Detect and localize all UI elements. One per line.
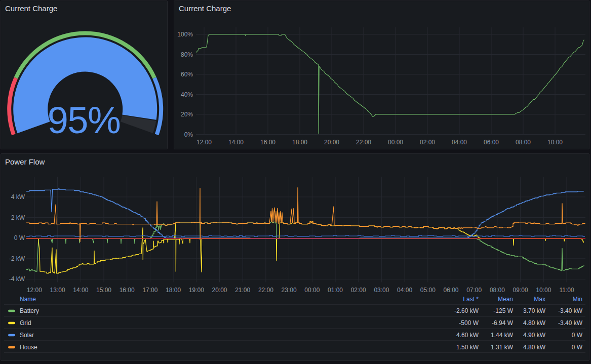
svg-text:0%: 0% [184, 131, 193, 138]
svg-text:-500 W: -500 W [459, 319, 479, 327]
svg-text:4.80 kW: 4.80 kW [523, 344, 546, 351]
svg-text:Last *: Last * [463, 296, 479, 303]
svg-text:02:00: 02:00 [420, 139, 435, 146]
svg-text:22:00: 22:00 [258, 287, 273, 294]
svg-text:-3.40 kW: -3.40 kW [558, 307, 583, 314]
svg-text:-2 kW: -2 kW [9, 255, 25, 262]
svg-text:1.31 kW: 1.31 kW [491, 344, 514, 351]
svg-text:3.70 kW: 3.70 kW [523, 307, 546, 314]
svg-text:04:00: 04:00 [452, 139, 467, 146]
svg-text:4 kW: 4 kW [11, 193, 25, 200]
svg-text:4.90 kW: 4.90 kW [523, 332, 546, 339]
svg-text:60%: 60% [181, 71, 193, 78]
svg-text:04:00: 04:00 [397, 287, 412, 294]
svg-text:House: House [20, 344, 37, 351]
svg-text:16:00: 16:00 [260, 139, 275, 146]
svg-text:-2.60 kW: -2.60 kW [454, 307, 479, 314]
svg-text:14:00: 14:00 [73, 287, 88, 294]
svg-text:02:00: 02:00 [351, 287, 366, 294]
svg-text:22:00: 22:00 [356, 139, 371, 146]
svg-text:15:00: 15:00 [96, 287, 111, 294]
svg-text:06:00: 06:00 [443, 287, 458, 294]
svg-text:16:00: 16:00 [120, 287, 135, 294]
svg-text:-125 W: -125 W [493, 307, 513, 314]
svg-text:00:00: 00:00 [304, 287, 320, 294]
svg-text:07:00: 07:00 [466, 287, 482, 294]
svg-text:Solar: Solar [20, 332, 34, 339]
svg-text:10:00: 10:00 [547, 139, 563, 146]
svg-text:80%: 80% [181, 51, 193, 58]
svg-text:11:00: 11:00 [559, 287, 574, 294]
svg-text:08:00: 08:00 [490, 287, 505, 294]
svg-text:Min: Min [573, 296, 582, 303]
svg-text:14:00: 14:00 [228, 139, 244, 146]
svg-text:1.44 kW: 1.44 kW [491, 332, 514, 339]
svg-text:40%: 40% [181, 91, 193, 98]
svg-text:0 W: 0 W [572, 344, 583, 351]
svg-text:03:00: 03:00 [374, 287, 389, 294]
svg-text:17:00: 17:00 [142, 287, 157, 294]
svg-text:20:00: 20:00 [212, 287, 227, 294]
svg-text:20%: 20% [181, 111, 193, 118]
svg-text:09:00: 09:00 [513, 287, 528, 294]
svg-text:18:00: 18:00 [292, 139, 307, 146]
svg-text:0 W: 0 W [572, 332, 583, 339]
svg-text:18:00: 18:00 [166, 287, 181, 294]
svg-text:Name: Name [20, 296, 36, 303]
svg-text:00:00: 00:00 [388, 139, 403, 146]
svg-text:13:00: 13:00 [50, 287, 65, 294]
svg-text:-6.94 W: -6.94 W [492, 319, 514, 327]
svg-text:Max: Max [534, 296, 545, 303]
svg-text:08:00: 08:00 [516, 139, 531, 146]
svg-text:95%: 95% [48, 99, 121, 141]
svg-text:10:00: 10:00 [536, 287, 551, 294]
svg-text:100%: 100% [177, 31, 193, 38]
svg-text:Battery: Battery [20, 307, 39, 314]
svg-text:Grid: Grid [20, 319, 31, 327]
svg-text:12:00: 12:00 [27, 287, 42, 294]
svg-text:21:00: 21:00 [235, 287, 250, 294]
svg-text:05:00: 05:00 [420, 287, 436, 294]
svg-text:-4 kW: -4 kW [9, 275, 25, 282]
svg-text:4.60 kW: 4.60 kW [456, 332, 479, 339]
svg-text:1.50 kW: 1.50 kW [456, 344, 479, 351]
svg-text:20:00: 20:00 [324, 139, 339, 146]
svg-text:Mean: Mean [498, 296, 513, 303]
svg-text:01:00: 01:00 [328, 287, 343, 294]
svg-text:23:00: 23:00 [282, 287, 297, 294]
svg-text:-3.40 kW: -3.40 kW [558, 319, 583, 327]
svg-text:0 W: 0 W [14, 234, 25, 241]
svg-text:2 kW: 2 kW [11, 214, 25, 221]
svg-text:4.80 kW: 4.80 kW [523, 319, 546, 327]
svg-text:19:00: 19:00 [189, 287, 204, 294]
svg-text:06:00: 06:00 [484, 139, 499, 146]
svg-text:12:00: 12:00 [196, 139, 212, 146]
